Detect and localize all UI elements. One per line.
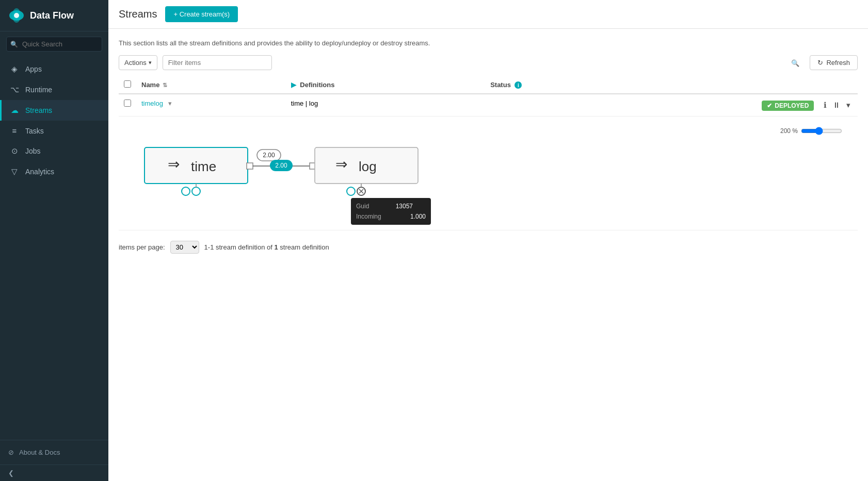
jobs-label: Jobs [25,147,41,155]
tooltip-guid-value: 13057 [396,203,413,210]
select-all-checkbox[interactable] [124,80,131,88]
refresh-icon: ↻ [817,59,823,67]
actions-label: Actions [124,59,147,67]
sort-icon[interactable]: ⇅ [163,82,167,88]
sidebar-item-jobs[interactable]: ⊙ Jobs [0,141,108,161]
status-label: DEPLOYED [775,102,809,109]
time-circle-1[interactable] [182,187,190,195]
sidebar-item-analytics[interactable]: ▽ Analytics [0,161,108,182]
tooltip-incoming-key: Incoming [356,213,381,220]
pagination-summary: 1-1 stream definition of 1 stream defini… [204,243,329,251]
filter-search-icon: 🔍 [791,59,799,67]
sidebar-item-tasks[interactable]: ≡ Tasks [0,121,108,141]
row-checkbox[interactable] [124,99,131,107]
about-icon: ⊘ [8,449,14,456]
analytics-icon: ▽ [10,167,19,176]
sidebar: Data Flow 🔍 ◈ Apps ⌥ Runtime ☁ Streams ≡… [0,0,108,481]
table-row: timelog ▾ time | log ✔ DEPLOYED ℹ ⏸ ▾ [119,94,858,117]
apps-label: Apps [25,65,42,73]
streams-label: Streams [25,106,52,114]
filter-wrapper: 🔍 [163,55,805,70]
tasks-label: Tasks [25,127,44,135]
svg-point-2 [14,13,19,18]
logo-area: Data Flow [0,0,108,31]
about-docs-item[interactable]: ⊘ About & Docs [8,446,100,458]
analytics-label: Analytics [25,168,54,176]
log-node-arrow: ⇒ [335,156,347,172]
status-badge: ✔ DEPLOYED [762,101,814,111]
runtime-icon: ⌥ [10,85,19,94]
refresh-label: Refresh [826,59,850,67]
create-stream-button[interactable]: + Create stream(s) [165,6,238,22]
time-circle-2[interactable] [192,187,200,195]
col-definitions: ▶ Definitions [286,76,485,94]
per-page-select[interactable]: 30 50 100 [170,241,199,254]
zoom-label: 200 % [780,127,798,135]
deployed-icon: ✔ [767,102,772,109]
logo-icon [8,7,25,24]
zoom-slider[interactable] [801,127,842,135]
main-body: This section lists all the stream defini… [108,29,868,481]
chevron-down-icon: ▾ [149,59,152,66]
streams-table: Name ⇅ ▶ Definitions Status i [119,76,858,230]
collapse-sidebar-button[interactable]: ❮ [0,465,108,481]
jobs-icon: ⊙ [10,146,19,156]
stream-diagram: 200 % ⇒ time [119,117,858,230]
pagination-row: items per page: 30 50 100 1-1 stream def… [119,241,858,254]
search-area: 🔍 [6,37,102,52]
edge-blue-text: 2.00 [275,162,287,169]
col-name: Name ⇅ [136,76,286,94]
section-description: This section lists all the stream defini… [119,39,858,47]
sidebar-nav: ◈ Apps ⌥ Runtime ☁ Streams ≡ Tasks ⊙ Job… [0,57,108,440]
app-title: Data Flow [30,10,74,21]
expand-all-icon[interactable]: ▶ [291,81,296,89]
table-header-row: Name ⇅ ▶ Definitions Status i [119,76,858,94]
main-content: Streams + Create stream(s) This section … [108,0,868,481]
edge-label-text: 2.00 [263,152,275,159]
search-input[interactable] [6,37,102,52]
info-action-button[interactable]: ℹ [822,99,829,111]
collapse-icon: ❮ [8,469,14,477]
status-info-icon[interactable]: i [515,81,522,89]
log-label-text: log [359,159,377,174]
sidebar-item-runtime[interactable]: ⌥ Runtime [0,79,108,100]
tooltip-guid-key: Guid [356,203,369,210]
diagram-row: 200 % ⇒ time [119,117,858,230]
sidebar-item-apps[interactable]: ◈ Apps [0,59,108,79]
time-output-port [247,163,253,169]
actions-dropdown[interactable]: Actions ▾ [119,55,157,70]
tooltip-incoming-value: 1.000 [410,213,426,220]
pause-action-button[interactable]: ⏸ [830,99,842,110]
items-per-page-label: items per page: [119,243,165,251]
stream-name-link[interactable]: timelog [141,99,163,107]
sidebar-bottom: ⊘ About & Docs [0,440,108,465]
apps-icon: ◈ [10,64,19,74]
more-action-button[interactable]: ▾ [844,99,853,111]
streams-icon: ☁ [10,106,19,115]
time-label-text: time [191,159,216,174]
about-label: About & Docs [19,449,60,456]
filter-input[interactable] [163,55,272,70]
col-status: Status i [485,76,858,94]
main-header: Streams + Create stream(s) [108,0,868,29]
row-expand-icon[interactable]: ▾ [168,99,172,107]
toolbar: Actions ▾ 🔍 ↻ Refresh [119,55,858,70]
sidebar-item-streams[interactable]: ☁ Streams [0,100,108,121]
stream-definition: time | log [286,94,485,117]
zoom-control: 200 % [129,127,847,135]
refresh-button[interactable]: ↻ Refresh [810,55,858,70]
log-circle-1[interactable] [347,187,355,195]
stream-flow-diagram: ⇒ time 2.00 [129,137,439,225]
search-icon: 🔍 [10,41,18,48]
time-node-label: ⇒ [168,156,180,172]
tooltip-background [351,198,431,225]
tasks-icon: ≡ [10,126,19,135]
runtime-label: Runtime [25,86,52,94]
stream-status-cell: ✔ DEPLOYED ℹ ⏸ ▾ [485,94,858,117]
page-title: Streams [119,8,157,20]
